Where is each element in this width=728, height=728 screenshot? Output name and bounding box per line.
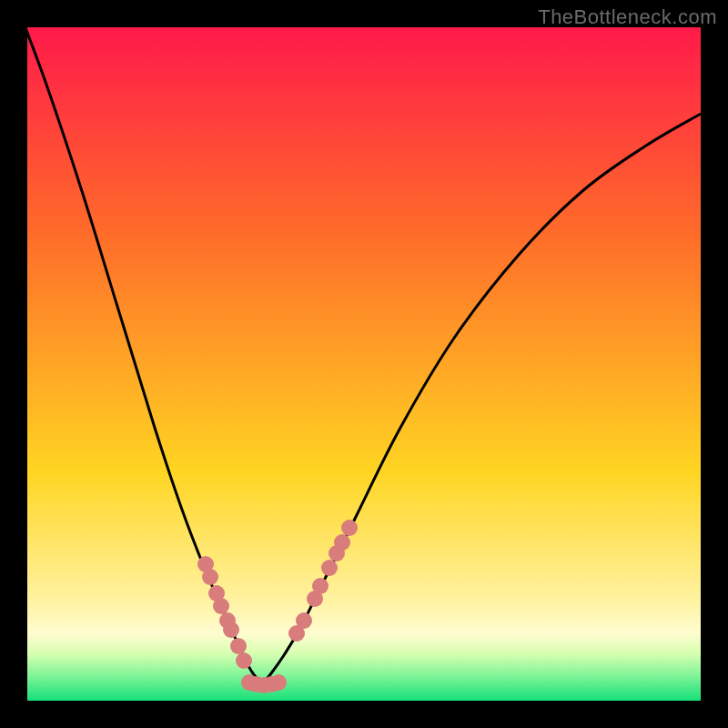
data-dot [321, 560, 338, 576]
chart-svg [27, 27, 701, 701]
data-dot [270, 674, 287, 691]
gradient-background [27, 27, 701, 701]
data-dot [202, 569, 218, 585]
chart-plot-area [27, 27, 701, 701]
data-dot [296, 612, 312, 629]
watermark-text: TheBottleneck.com [538, 5, 717, 29]
data-dot [341, 520, 358, 536]
data-dot [236, 652, 252, 669]
data-dot [223, 622, 239, 638]
data-dot [312, 578, 329, 594]
data-dot [230, 638, 247, 654]
data-dot [213, 598, 229, 614]
data-dot [334, 534, 350, 551]
outer-frame: TheBottleneck.com [0, 0, 728, 728]
